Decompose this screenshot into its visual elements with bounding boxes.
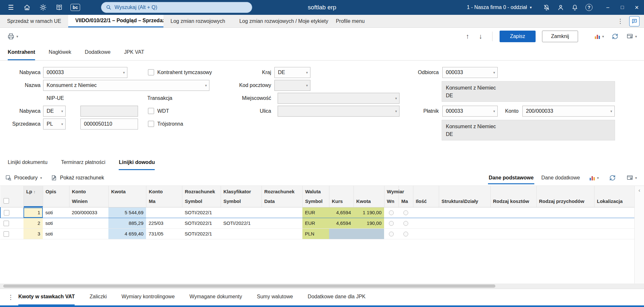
- grid-row[interactable]: 3 soti 4 659,40 731/05 SOTI/2022/1 PLN: [0, 228, 635, 239]
- help-button[interactable]: ?: [582, 0, 596, 15]
- tab-dodatkowe-jpk[interactable]: Dodatkowe dane dla JPK: [308, 289, 366, 305]
- row-select-cell[interactable]: [0, 218, 23, 228]
- grid-collapse-strip[interactable]: ‹: [634, 186, 644, 283]
- row-select-cell[interactable]: [0, 228, 23, 239]
- cell-konto-winien[interactable]: 200/000033: [69, 207, 108, 218]
- menu-button[interactable]: ☰: [4, 0, 18, 15]
- cell-rozrachunek-data[interactable]: [262, 218, 302, 228]
- cell-rodzaj-przychodow[interactable]: [536, 218, 594, 228]
- cell-opis[interactable]: soti: [43, 207, 69, 218]
- pokaz-rozrachunek-button[interactable]: Pokaż rozrachunek: [51, 175, 104, 181]
- cell-wn[interactable]: [384, 218, 399, 228]
- select-all-header[interactable]: [0, 186, 23, 207]
- print-button[interactable]: ▾: [5, 31, 20, 42]
- col-kurs[interactable]: Kurs: [329, 186, 354, 207]
- ulica-field[interactable]: ▾: [278, 106, 400, 117]
- ma-radio[interactable]: [403, 232, 408, 236]
- tab-naglowek[interactable]: Nagłówek: [49, 45, 71, 60]
- tab-dane-dodatkowe[interactable]: Dane dodatkowe: [541, 171, 581, 184]
- cell-wn[interactable]: [384, 207, 399, 218]
- col-rozrachunek-symbol[interactable]: RozrachunekSymbol: [182, 186, 221, 207]
- col-struktura-dzialy[interactable]: Struktura\Działy: [439, 186, 490, 207]
- grid-layout-button[interactable]: ▾: [624, 173, 639, 183]
- close-document-button[interactable]: Zamknij: [542, 31, 578, 42]
- cell-waluta-symbol[interactable]: PLN: [302, 228, 329, 239]
- close-button[interactable]: ✕: [630, 0, 644, 15]
- cell-rodzaj-kosztow[interactable]: [490, 218, 536, 228]
- wn-radio[interactable]: [389, 221, 394, 226]
- col-ma[interactable]: Ma: [399, 186, 413, 207]
- cell-waluta-symbol[interactable]: EUR: [302, 218, 329, 228]
- notifications-muted-button[interactable]: [539, 0, 554, 15]
- tab-zaliczki[interactable]: Zaliczki: [89, 289, 106, 305]
- refresh-button[interactable]: [610, 32, 621, 41]
- tab-log-zmian[interactable]: Log zmian rozwojowych: [163, 15, 232, 27]
- cell-struktura-dzialy[interactable]: [439, 228, 490, 239]
- cell-konto-ma[interactable]: 225/03: [146, 218, 182, 228]
- kontrahent-tymczasowy-checkbox[interactable]: [148, 69, 154, 75]
- col-kwota[interactable]: Kwota: [108, 186, 146, 207]
- cell-lp[interactable]: 1: [23, 207, 43, 218]
- wdt-checkbox[interactable]: [148, 108, 154, 114]
- cell-kurs[interactable]: [329, 228, 354, 239]
- col-rodzaj-przychodow[interactable]: Rodzaj przychodów: [536, 186, 594, 207]
- cell-lokalizacja[interactable]: [594, 228, 635, 239]
- cell-konto-ma[interactable]: 731/05: [146, 228, 182, 239]
- layout-button[interactable]: ▾: [624, 32, 639, 41]
- cell-klasyfikator-symbol[interactable]: SOTI/2022/1: [221, 218, 262, 228]
- sprzedawca-nip-field[interactable]: 0000050110: [80, 119, 138, 130]
- home-button[interactable]: [20, 0, 34, 15]
- global-search[interactable]: [101, 2, 252, 13]
- tab-overflow-button[interactable]: ⋮: [615, 17, 625, 25]
- grid-refresh-button[interactable]: [607, 173, 618, 183]
- cell-lp[interactable]: 3: [23, 228, 43, 239]
- cell-konto-winien[interactable]: [69, 228, 108, 239]
- tab-viido-podglad[interactable]: VIIDO/010/22/1 – Podgląd – Sprzedaż: [68, 15, 163, 27]
- cell-lp[interactable]: 2: [23, 218, 43, 228]
- nabywca-nip-field[interactable]: [80, 106, 138, 117]
- cell-rodzaj-kosztow[interactable]: [490, 207, 536, 218]
- kraj-field[interactable]: DE▾: [274, 67, 310, 78]
- wn-radio[interactable]: [389, 232, 394, 236]
- cell-lokalizacja[interactable]: [594, 218, 635, 228]
- odbiorca-field[interactable]: 000033▾: [442, 67, 498, 78]
- row-select-cell[interactable]: [0, 207, 23, 218]
- save-button[interactable]: Zapisz: [500, 31, 536, 42]
- row-checkbox[interactable]: [4, 210, 9, 216]
- cell-kwota[interactable]: 5 544,69: [108, 207, 146, 218]
- cell-lokalizacja[interactable]: [594, 207, 635, 218]
- cell-rodzaj-kosztow[interactable]: [490, 228, 536, 239]
- col-ilosc[interactable]: Ilość: [413, 186, 439, 207]
- tab-dodatkowe[interactable]: Dodatkowe: [85, 45, 111, 60]
- cell-rodzaj-przychodow[interactable]: [536, 207, 594, 218]
- tab-linijki-dowodu[interactable]: Linijki dowodu: [119, 155, 155, 170]
- miejscowosc-field[interactable]: ▾: [278, 93, 400, 104]
- platnik-field[interactable]: 000033▾: [442, 106, 498, 117]
- col-waluta-kwota[interactable]: Kwota: [354, 186, 384, 207]
- cell-kurs[interactable]: 4,6594: [329, 218, 354, 228]
- cell-kurs[interactable]: 4,6594: [329, 207, 354, 218]
- cell-opis[interactable]: soti: [43, 228, 69, 239]
- company-selector[interactable]: 1 - Nasza firma 0 - oddział ▾: [467, 5, 532, 10]
- cell-opis[interactable]: soti: [43, 218, 69, 228]
- cell-struktura-dzialy[interactable]: [439, 207, 490, 218]
- select-all-checkbox[interactable]: [4, 198, 9, 204]
- col-lp[interactable]: Lp ↑: [23, 186, 43, 207]
- row-checkbox[interactable]: [4, 231, 9, 237]
- t tab-dane-podstawowe[interactable]: Dane podstawowe: [488, 171, 534, 184]
- search-input[interactable]: [115, 5, 247, 10]
- analysis-button[interactable]: ▾: [592, 32, 606, 41]
- cell-rozrachunek-data[interactable]: [262, 207, 302, 218]
- cell-rozrachunek-data[interactable]: [262, 228, 302, 239]
- tab-sprzedaz-ue[interactable]: Sprzedaż w ramach UE: [0, 15, 68, 27]
- grid-analysis-button[interactable]: ▾: [587, 173, 601, 182]
- ma-radio[interactable]: [403, 221, 408, 226]
- tab-terminarz-platnosci[interactable]: Terminarz płatności: [61, 155, 106, 170]
- cell-rodzaj-przychodow[interactable]: [536, 228, 594, 239]
- sprzedawca-prefix-field[interactable]: PL▾: [43, 119, 66, 130]
- nabywca-field[interactable]: 000033▾: [43, 67, 127, 78]
- horizontal-scrollbar[interactable]: [0, 283, 644, 289]
- ma-radio[interactable]: [403, 210, 408, 215]
- next-record-button[interactable]: ↓: [476, 33, 485, 40]
- tab-linijki-dokumentu[interactable]: Linijki dokumentu: [8, 155, 48, 170]
